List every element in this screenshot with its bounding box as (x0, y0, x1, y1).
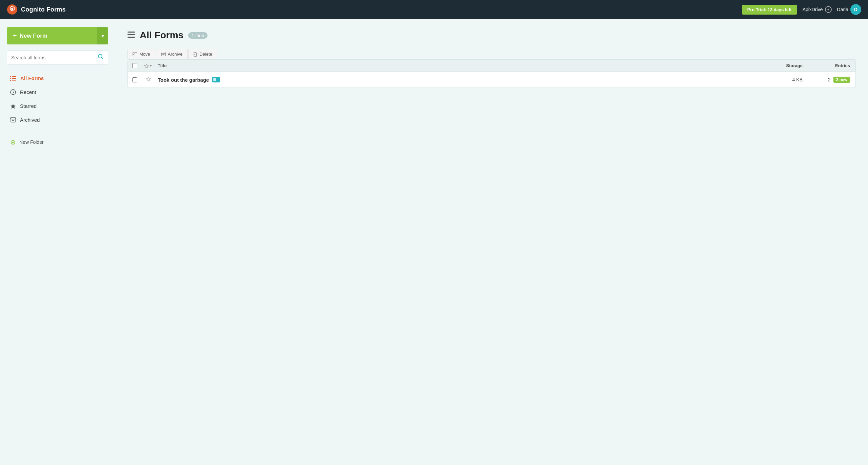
move-label: Move (139, 52, 150, 57)
row-entries-cell: 2 2 new (808, 77, 855, 83)
pro-trial-button[interactable]: Pro Trial: 12 days left (742, 5, 797, 15)
clock-icon (10, 89, 16, 95)
th-star[interactable]: ▾ (141, 64, 155, 68)
new-form-label: New Form (20, 33, 47, 39)
svg-line-12 (13, 92, 14, 93)
chevron-down-icon: ▾ (825, 6, 832, 13)
star-filled-icon (10, 103, 16, 109)
archive-label: Archive (168, 52, 182, 57)
new-form-button[interactable]: + New Form (7, 27, 97, 44)
page-header: All Forms 1 form (127, 30, 856, 41)
table-toolbar: Move Archive Delete (127, 49, 856, 59)
th-storage: Storage (754, 63, 808, 68)
svg-rect-7 (12, 76, 16, 77)
sidebar-item-archived[interactable]: Archived (7, 113, 108, 127)
new-folder-label: New Folder (19, 139, 44, 145)
row-storage-cell: 4 KB (754, 77, 808, 82)
plus-circle-icon: ⊕ (10, 138, 16, 146)
org-selector[interactable]: ApixDrive ▾ (803, 6, 832, 13)
hamburger-icon (127, 31, 135, 40)
row-checkbox-cell[interactable] (128, 77, 141, 82)
sidebar-item-starred[interactable]: Starred (7, 99, 108, 113)
form-title: Took out the garbage (158, 77, 209, 83)
svg-marker-30 (146, 77, 151, 82)
svg-rect-18 (127, 34, 135, 35)
app-body: + New Form ▾ (0, 19, 868, 465)
form-count-badge: 1 form (188, 32, 208, 39)
org-name: ApixDrive (803, 7, 823, 12)
svg-point-1 (11, 8, 13, 10)
topnav-right: Pro Trial: 12 days left ApixDrive ▾ Dari… (742, 4, 861, 15)
th-checkbox[interactable] (128, 63, 141, 68)
storage-value: 4 KB (792, 77, 803, 82)
entries-count: 2 (828, 77, 831, 82)
sidebar-item-label-recent: Recent (20, 89, 36, 95)
svg-rect-5 (10, 78, 11, 79)
sidebar: + New Form ▾ (0, 19, 115, 465)
brand-area: Cognito Forms (7, 4, 66, 15)
row-checkbox[interactable] (132, 77, 137, 82)
form-icon (212, 77, 220, 82)
sidebar-item-label-all-forms: All Forms (20, 75, 44, 81)
archive-button[interactable]: Archive (156, 49, 188, 59)
svg-rect-25 (194, 53, 197, 56)
svg-marker-29 (144, 64, 149, 68)
move-button[interactable]: Move (127, 49, 155, 59)
search-box (7, 51, 108, 64)
svg-rect-9 (12, 80, 16, 80)
svg-rect-6 (10, 80, 11, 81)
sidebar-item-label-starred: Starred (20, 103, 37, 109)
sidebar-item-label-archived: Archived (20, 117, 40, 123)
brand-name: Cognito Forms (21, 6, 66, 13)
svg-rect-4 (10, 76, 11, 77)
sidebar-item-all-forms[interactable]: All Forms (7, 71, 108, 85)
table-row: Took out the garbage 4 KB 2 2 new (128, 72, 855, 88)
forms-table: ▾ Title Storage Entries (127, 59, 856, 88)
th-entries: Entries (808, 63, 855, 68)
svg-rect-19 (127, 37, 135, 38)
page-title: All Forms (140, 30, 183, 41)
star-button[interactable] (145, 76, 152, 83)
user-name: Daria (837, 7, 848, 12)
main-content: All Forms 1 form Move Archive (115, 19, 868, 465)
row-star-cell[interactable] (141, 76, 155, 83)
topnav: Cognito Forms Pro Trial: 12 days left Ap… (0, 0, 868, 19)
user-area[interactable]: Daria D (837, 4, 861, 15)
svg-rect-17 (127, 32, 135, 33)
avatar: D (850, 4, 861, 15)
svg-rect-8 (12, 78, 16, 79)
svg-line-3 (102, 58, 103, 59)
new-form-row: + New Form ▾ (7, 27, 108, 44)
archive-icon (10, 117, 16, 123)
sidebar-item-recent[interactable]: Recent (7, 85, 108, 99)
sort-icon: ▾ (150, 64, 152, 67)
cognito-logo-icon (7, 4, 18, 15)
delete-button[interactable]: Delete (188, 49, 217, 59)
plus-icon: + (13, 32, 17, 40)
delete-label: Delete (199, 52, 212, 57)
list-icon (10, 76, 16, 81)
svg-marker-13 (11, 104, 16, 109)
sidebar-divider (7, 131, 108, 131)
search-icon (98, 54, 104, 61)
sidebar-nav: All Forms Recent Starred (7, 71, 108, 127)
new-badge: 2 new (833, 77, 850, 83)
search-input[interactable] (11, 55, 98, 60)
th-title: Title (155, 63, 754, 68)
select-all-checkbox[interactable] (132, 63, 137, 68)
row-title-cell[interactable]: Took out the garbage (155, 77, 754, 83)
table-header-row: ▾ Title Storage Entries (128, 60, 855, 72)
new-form-dropdown-button[interactable]: ▾ (97, 27, 108, 44)
new-folder-button[interactable]: ⊕ New Folder (7, 135, 108, 149)
